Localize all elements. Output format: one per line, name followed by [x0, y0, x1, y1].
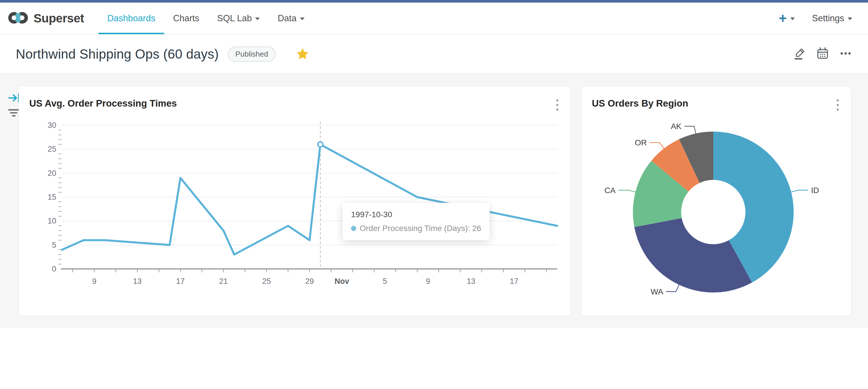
settings-menu[interactable]: Settings [812, 13, 852, 24]
tooltip-value: Order Processing Time (Days): 26 [360, 224, 481, 233]
dashboard-header: Northwind Shipping Ops (60 days) Publish… [0, 34, 868, 74]
chevron-down-icon [255, 18, 260, 20]
chart-title: US Avg. Order Processing Times [29, 98, 177, 109]
chevron-down-icon [848, 18, 852, 20]
tooltip-date: 1997-10-30 [351, 210, 481, 219]
svg-text:13: 13 [133, 277, 142, 285]
svg-text:15: 15 [48, 193, 56, 201]
chevron-down-icon [300, 18, 305, 20]
svg-text:25: 25 [48, 145, 56, 154]
navbar: Superset Dashboards Charts SQL Lab Data … [0, 3, 868, 34]
svg-text:WA: WA [651, 287, 663, 296]
svg-text:17: 17 [510, 277, 518, 285]
brand-text: Superset [34, 11, 84, 25]
published-badge[interactable]: Published [228, 47, 276, 62]
svg-text:30: 30 [48, 121, 56, 130]
dashboard-actions [792, 47, 853, 61]
svg-text:9: 9 [426, 277, 430, 285]
svg-text:OR: OR [634, 138, 647, 147]
svg-text:17: 17 [176, 277, 185, 285]
nav-item-charts[interactable]: Charts [164, 2, 208, 34]
svg-text:20: 20 [48, 169, 56, 177]
dashboard-title: Northwind Shipping Ops (60 days) [16, 46, 219, 62]
more-actions-menu[interactable] [838, 47, 853, 61]
svg-text:Nov: Nov [334, 277, 349, 285]
svg-text:10: 10 [48, 217, 56, 225]
nav-item-sql-lab[interactable]: SQL Lab [208, 2, 269, 34]
navbar-right: + Settings [779, 12, 852, 24]
svg-text:29: 29 [305, 277, 314, 285]
nav-item-data[interactable]: Data [269, 2, 313, 34]
expand-filter-bar-button[interactable] [7, 92, 20, 105]
svg-text:AK: AK [671, 122, 682, 131]
svg-text:ID: ID [811, 186, 819, 195]
dashboard-grid: US Avg. Order Processing Times 051015202… [0, 74, 868, 328]
nav-item-dashboards[interactable]: Dashboards [98, 2, 164, 34]
chart-menu-kebab-icon[interactable] [832, 98, 843, 112]
svg-text:21: 21 [219, 277, 228, 285]
chart-card-processing-times: US Avg. Order Processing Times 051015202… [19, 86, 570, 316]
chart-menu-kebab-icon[interactable] [551, 98, 563, 112]
edit-dashboard-button[interactable] [792, 47, 807, 61]
chart-card-orders-by-region: US Orders By Region IDWACAORAK [581, 86, 851, 316]
main-nav: Dashboards Charts SQL Lab Data [98, 2, 313, 34]
svg-text:5: 5 [383, 277, 387, 285]
arrow-to-bar-icon [7, 100, 20, 105]
svg-text:13: 13 [467, 277, 475, 285]
chart-tooltip: 1997-10-30 Order Processing Time (Days):… [342, 203, 490, 240]
ellipsis-icon [838, 46, 853, 62]
series-marker-icon [351, 226, 356, 231]
filter-lines-icon [7, 114, 20, 119]
chevron-down-icon [790, 18, 795, 20]
svg-text:0: 0 [52, 265, 56, 273]
favorite-star-icon[interactable] [296, 47, 309, 61]
filter-bar-collapsed[interactable] [7, 108, 20, 119]
svg-text:5: 5 [52, 241, 56, 249]
schedule-report-button[interactable] [815, 47, 830, 61]
pencil-icon [793, 46, 807, 62]
superset-logo[interactable]: Superset [7, 11, 84, 26]
plus-icon: + [779, 12, 787, 24]
donut-chart-canvas[interactable]: IDWACAORAK [582, 112, 851, 316]
svg-text:CA: CA [604, 186, 616, 195]
calendar-icon [815, 46, 830, 62]
new-item-button[interactable]: + [779, 12, 795, 24]
superset-infinity-icon [7, 11, 30, 26]
svg-text:25: 25 [262, 277, 271, 285]
chart-title: US Orders By Region [592, 98, 688, 109]
svg-text:9: 9 [92, 277, 96, 285]
